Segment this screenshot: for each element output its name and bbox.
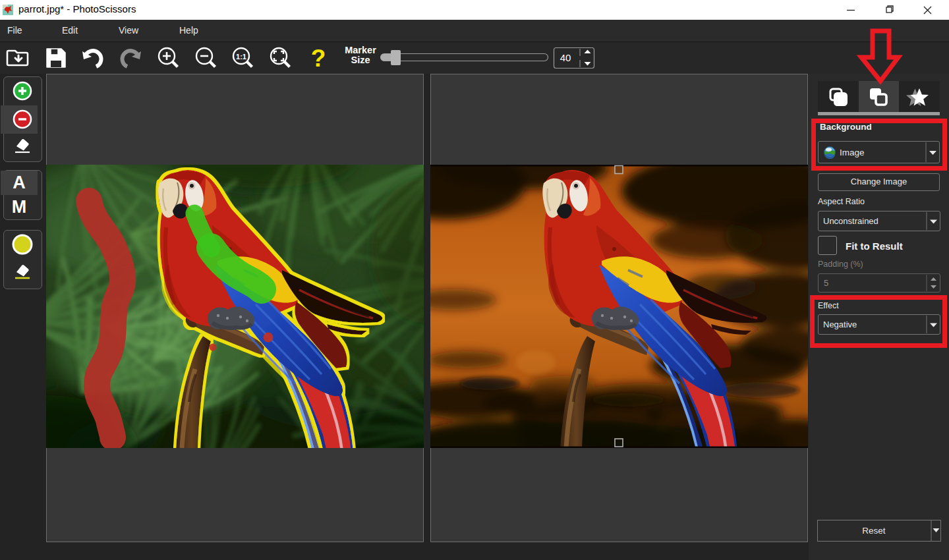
svg-text:Image: Image bbox=[840, 148, 865, 157]
svg-text:?: ? bbox=[311, 45, 326, 72]
svg-text:Unconstrained: Unconstrained bbox=[823, 216, 878, 226]
svg-text:5: 5 bbox=[824, 278, 828, 288]
svg-text:Negative: Negative bbox=[823, 320, 857, 329]
svg-text:Reset: Reset bbox=[862, 526, 886, 536]
svg-text:40: 40 bbox=[560, 52, 571, 63]
svg-text:1:1: 1:1 bbox=[236, 53, 246, 61]
